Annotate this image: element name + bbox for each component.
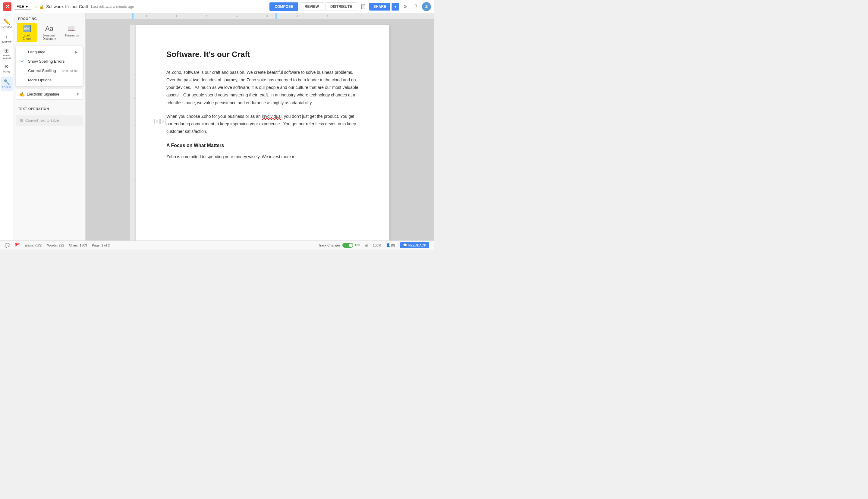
- tools-label: TOOLS: [2, 86, 11, 89]
- signature-icon: ✍: [19, 91, 25, 97]
- document-area-wrapper: 1 2 3 4 5 6 7 1 2 3 4 5 6 Software.: [86, 13, 434, 241]
- proofing-dropdown-menu: Language ▶ ✓ Show Spelling Errors Correc…: [16, 46, 83, 86]
- present-icon[interactable]: 📋: [358, 2, 368, 11]
- spell-check-label: Spell Check: [19, 34, 34, 40]
- person-icon: 👤: [386, 243, 390, 247]
- last-edit-text: Last edit was a minute ago: [91, 4, 269, 9]
- insert-icon: ＋: [4, 33, 9, 40]
- thesaurus-label: Thesaurus: [64, 34, 79, 37]
- paragraph-3: Zoho is committed to spending your money…: [166, 153, 359, 161]
- spell-check-icon: 🔤: [23, 25, 31, 33]
- review-button[interactable]: REVIEW: [299, 2, 324, 11]
- tools-icon: 🔧: [3, 78, 10, 85]
- track-changes-control: Track Changes ON: [318, 243, 359, 248]
- feedback-button[interactable]: 💬 FEEDBACK: [400, 242, 429, 248]
- star-icon[interactable]: ☆: [34, 4, 38, 9]
- words-label: Words:: [47, 243, 58, 247]
- flag-icon: 🚩: [15, 243, 20, 248]
- language-text: English(US): [25, 243, 42, 247]
- zoom-level: 100%: [373, 243, 381, 247]
- top-bar: ✕ FILE ▼ ☆ 🔒 Software. It's our Craft La…: [0, 0, 434, 13]
- format-icon: ✏️: [3, 19, 10, 25]
- tools-panel: PROOFING 🔤 Spell Check Aa Personal Dicti…: [13, 13, 86, 241]
- settings-icon[interactable]: ⚙: [400, 2, 410, 11]
- share-button[interactable]: SHARE: [369, 3, 390, 11]
- sidebar-icons: ✏️ FORMAT ＋ INSERT ⊞ PAGELAYOUT 👁 VIEW 🔧…: [0, 13, 13, 241]
- track-changes-on-label: ON: [355, 243, 359, 247]
- electronic-sig-label: Electronic Signature: [27, 92, 59, 96]
- language-menu-item[interactable]: Language ▶: [16, 47, 83, 57]
- feedback-icon: 💬: [403, 243, 407, 247]
- document-page[interactable]: Software. It's our Craft At Zoho, softwa…: [136, 25, 389, 241]
- page-ctrl-left[interactable]: ◁: [154, 119, 160, 124]
- insert-label: INSERT: [1, 41, 11, 44]
- page-ctrl-right[interactable]: ▷: [160, 119, 166, 124]
- correct-spelling-label: Correct Spelling: [28, 69, 56, 73]
- horizontal-ruler: 1 2 3 4 5 6 7: [86, 13, 434, 19]
- correct-spelling-shortcut: Shift+<F8>: [61, 69, 78, 73]
- distribute-button[interactable]: DISTRIBUTE: [325, 2, 357, 11]
- sidebar-item-tools[interactable]: 🔧 TOOLS: [1, 76, 13, 91]
- status-bar: 💬 🚩 English(US) Words: 222 Chars: 1303 P…: [0, 241, 434, 250]
- words-info: Words: 222: [47, 243, 64, 247]
- help-icon[interactable]: ?: [411, 2, 421, 11]
- grid-icon: ⊞: [364, 243, 368, 248]
- format-label: FORMAT: [1, 26, 12, 29]
- more-options-label: More Options: [28, 78, 51, 82]
- more-options-menu-item[interactable]: More Options: [16, 75, 83, 85]
- page-layout-icon: ⊞: [4, 47, 9, 54]
- proofing-icons-row: 🔤 Spell Check Aa Personal Dictionary 📖 T…: [13, 23, 85, 45]
- show-spelling-label: Show Spelling Errors: [28, 59, 64, 64]
- language-label: Language: [28, 50, 46, 54]
- spell-check-button[interactable]: 🔤 Spell Check: [17, 23, 37, 42]
- chat-icon[interactable]: 💬: [5, 243, 10, 248]
- view-icon: 👁: [4, 64, 9, 70]
- sidebar-item-format[interactable]: ✏️ FORMAT: [1, 16, 13, 31]
- correct-spelling-menu-item[interactable]: Correct Spelling Shift+<F8>: [16, 66, 83, 75]
- language-arrow-icon: ▶: [75, 50, 78, 54]
- close-button[interactable]: ✕: [3, 2, 11, 11]
- file-menu-button[interactable]: FILE ▼: [14, 4, 31, 10]
- thesaurus-icon: 📖: [68, 25, 76, 33]
- track-changes-toggle[interactable]: [342, 243, 353, 248]
- chars-info: Chars: 1303: [69, 243, 87, 247]
- sidebar-item-view[interactable]: 👁 VIEW: [1, 61, 13, 76]
- sidebar-item-insert[interactable]: ＋ INSERT: [1, 31, 13, 46]
- file-dropdown-icon: ▼: [25, 4, 29, 9]
- lock-icon: 🔒: [39, 4, 44, 9]
- feedback-label: FEEDBACK: [408, 243, 426, 247]
- document-scroll-area[interactable]: 1 2 3 4 5 6 Software. It's our Craft At …: [86, 19, 434, 241]
- proofing-section-title: PROOFING: [13, 13, 85, 23]
- page-label: Page:: [92, 243, 101, 247]
- page-current: 1: [101, 243, 103, 247]
- document-title: Software. It's our Craft: [46, 4, 88, 9]
- user-avatar[interactable]: Z: [422, 2, 431, 11]
- compose-button[interactable]: COMPOSE: [269, 2, 298, 11]
- signature-expand-icon: ▼: [76, 92, 80, 96]
- document-main-title: Software. It's our Craft: [166, 49, 359, 60]
- status-right: Track Changes ON ⊞ 100% 👤 (0) 💬 FEEDBACK: [318, 242, 429, 248]
- view-label: VIEW: [3, 71, 10, 74]
- main-layout: ✏️ FORMAT ＋ INSERT ⊞ PAGELAYOUT 👁 VIEW 🔧…: [0, 13, 434, 241]
- page-layout-label: PAGELAYOUT: [2, 54, 11, 60]
- paragraph-2: When you choose Zoho for your business o…: [166, 113, 359, 136]
- convert-text-label: Convert Text to Table: [25, 119, 59, 123]
- text-operation-section: TEXT OPERATION ⊞ Convert Text to Table: [13, 102, 85, 129]
- show-spelling-menu-item[interactable]: ✓ Show Spelling Errors: [16, 57, 83, 66]
- file-label: FILE: [16, 4, 24, 9]
- personal-dictionary-button[interactable]: Aa Personal Dictionary: [39, 23, 59, 42]
- share-dropdown-button[interactable]: ▼: [391, 3, 399, 11]
- page-info: Page: 1 of 2: [92, 243, 110, 247]
- chars-count: 1303: [80, 243, 87, 247]
- paragraph-1: At Zoho, software is our craft and passi…: [166, 69, 359, 107]
- convert-text-button[interactable]: ⊞ Convert Text to Table: [16, 115, 83, 126]
- thesaurus-button[interactable]: 📖 Thesaurus: [62, 23, 82, 42]
- language-indicator[interactable]: English(US): [25, 243, 42, 247]
- sidebar-item-page-layout[interactable]: ⊞ PAGELAYOUT: [1, 46, 13, 61]
- personal-dict-icon: Aa: [45, 25, 53, 33]
- page-of-text: of 2: [104, 243, 110, 247]
- top-right-controls: COMPOSE REVIEW DISTRIBUTE 📋 SHARE ▼ ⚙ ? …: [269, 2, 431, 11]
- electronic-signature-section[interactable]: ✍ Electronic Signature ▼: [16, 88, 83, 100]
- comments-count: 👤 (0): [386, 243, 395, 247]
- chars-label: Chars:: [69, 243, 79, 247]
